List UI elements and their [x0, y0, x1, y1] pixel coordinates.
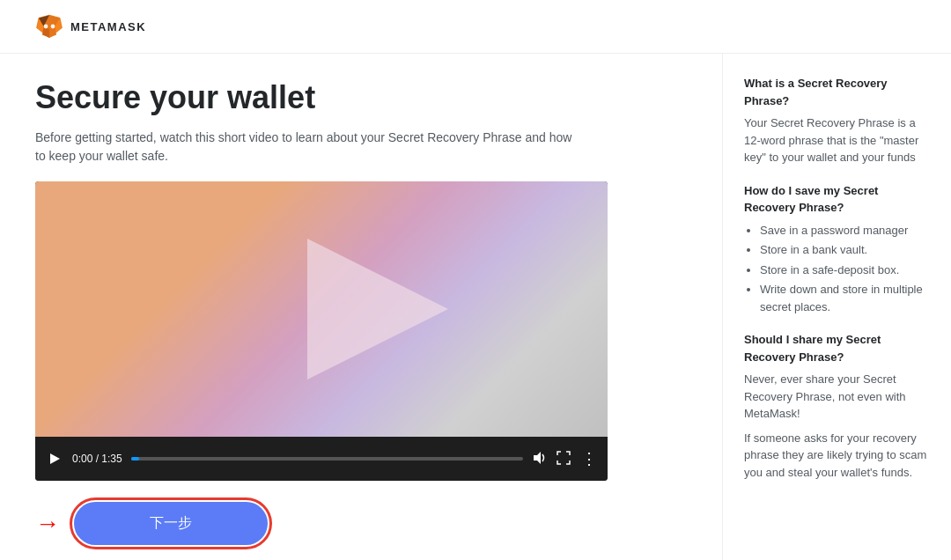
faq-answer-what-is: Your Secret Recovery Phrase is a 12-word…	[744, 114, 930, 166]
list-item: Store in a safe-deposit box.	[760, 262, 930, 279]
faq-section-how-save: How do I save my Secret Recovery Phrase?…	[744, 182, 930, 316]
metamask-logo-text: METAMASK	[70, 20, 146, 33]
next-button-wrapper: → 下一步	[35, 502, 687, 545]
svg-marker-9	[534, 452, 541, 464]
next-button[interactable]: 下一步	[74, 502, 268, 545]
svg-point-7	[51, 25, 55, 29]
svg-marker-8	[50, 453, 60, 464]
video-controls-right: ⋮	[532, 451, 597, 468]
faq-answer-should-share: Never, ever share your Secret Recovery P…	[744, 371, 930, 423]
list-item: Write down and store in multiple secret …	[760, 281, 930, 315]
svg-point-6	[44, 25, 48, 29]
page-title: Secure your wallet	[35, 78, 687, 116]
faq-question-what-is: What is a Secret Recovery Phrase?	[744, 75, 930, 109]
left-panel: Secure your wallet Before getting starte…	[0, 54, 722, 560]
faq-question-how-save: How do I save my Secret Recovery Phrase?	[744, 182, 930, 217]
list-item: Save in a password manager	[760, 222, 930, 239]
right-panel: What is a Secret Recovery Phrase? Your S…	[722, 54, 951, 560]
play-button[interactable]	[46, 453, 63, 465]
video-controls-bar: 0:00 / 1:35	[35, 437, 608, 481]
page-description: Before getting started, watch this short…	[35, 129, 581, 166]
more-options-icon[interactable]: ⋮	[581, 451, 597, 467]
faq-section-what-is: What is a Secret Recovery Phrase? Your S…	[744, 75, 930, 166]
red-arrow-icon: →	[35, 510, 60, 538]
faq-list-how-save: Save in a password manager Store in a ba…	[744, 222, 930, 316]
faq-answer-should-share-extra: If someone asks for your recovery phrase…	[744, 430, 930, 482]
faq-question-should-share: Should I share my Secret Recovery Phrase…	[744, 331, 930, 365]
video-player[interactable]: 0:00 / 1:35	[35, 181, 608, 481]
volume-icon[interactable]	[532, 451, 546, 468]
video-time-display: 0:00 / 1:35	[72, 453, 122, 465]
video-visual	[35, 181, 608, 437]
faq-section-should-share: Should I share my Secret Recovery Phrase…	[744, 331, 930, 481]
video-triangle-shape	[307, 239, 448, 379]
list-item: Store in a bank vault.	[760, 241, 930, 259]
main-content: Secure your wallet Before getting starte…	[0, 54, 951, 560]
video-progress-bar[interactable]	[131, 457, 523, 461]
fullscreen-icon[interactable]	[557, 451, 571, 468]
header: METAMASK	[0, 0, 951, 54]
video-progress-fill	[131, 457, 139, 461]
metamask-logo-icon	[35, 12, 63, 41]
